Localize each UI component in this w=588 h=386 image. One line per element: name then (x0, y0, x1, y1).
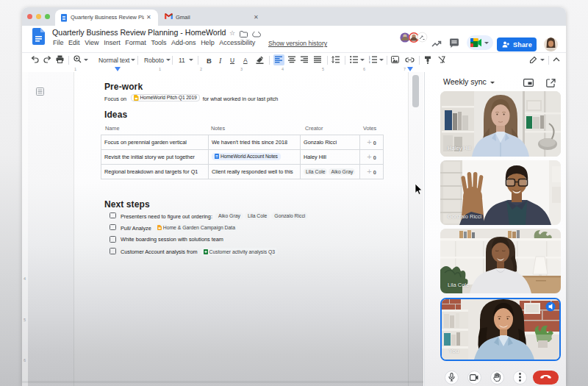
svg-text:3: 3 (369, 61, 370, 63)
